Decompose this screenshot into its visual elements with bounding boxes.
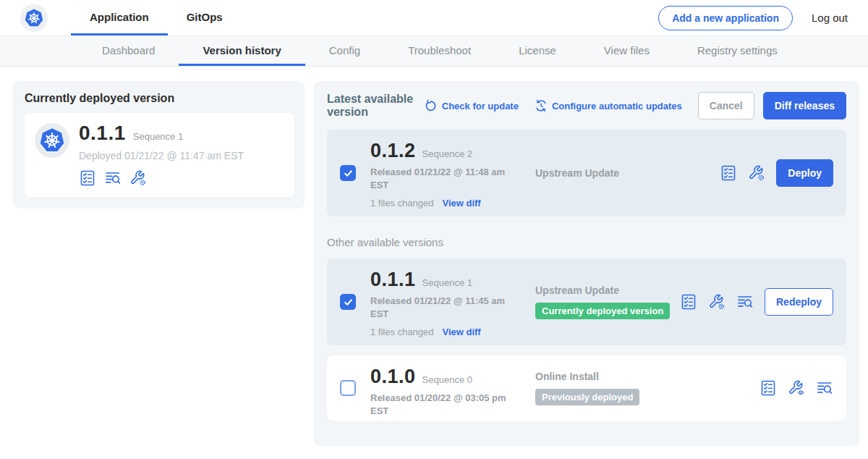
version-checkbox[interactable] [340,294,356,310]
subnav-view-files[interactable]: View files [580,36,673,66]
subnav-version-history[interactable]: Version history [179,36,305,66]
header-actions: Add a new application Log out [658,0,848,35]
tab-application[interactable]: Application [71,0,168,35]
edit-config-icon[interactable] [708,293,726,311]
kubernetes-app-icon [35,123,69,158]
version-checkbox[interactable] [340,380,356,396]
deployed-version-number: 0.1.1 [79,122,126,145]
files-changed-label: 1 files changed [370,327,433,337]
subnav-dashboard[interactable]: Dashboard [78,36,179,66]
currently-deployed-title: Currently deployed version [25,92,294,105]
tab-gitops[interactable]: GitOps [168,0,242,35]
tab-gitops-label: GitOps [187,11,223,23]
version-checkbox[interactable] [340,165,356,181]
view-config-icon[interactable] [788,379,805,397]
view-logs-icon[interactable] [816,379,833,397]
subnav-troubleshoot-label: Troubleshoot [408,44,471,56]
configure-auto-updates-label: Configure automatic updates [552,101,682,111]
version-number: 0.1.0 [370,366,416,388]
view-diff-link[interactable]: View diff [442,327,480,337]
preflight-checks-icon[interactable] [79,169,96,187]
logout-link[interactable]: Log out [812,12,848,24]
cancel-button[interactable]: Cancel [698,92,754,119]
subnav-view-files-label: View files [604,44,650,56]
auto-update-icon [535,99,548,112]
preflight-checks-icon[interactable] [760,379,777,397]
version-source: Online Install [535,371,760,382]
version-source: Upstream Update [535,285,680,296]
top-header: Application GitOps Add a new application… [0,0,868,36]
other-versions-title: Other available versions [327,236,846,248]
previously-deployed-badge: Previously deployed [535,389,639,405]
released-timestamp: Released 01/21/22 @ 11:45 am EST [370,295,515,320]
sequence-label: Sequence 2 [422,148,472,159]
check-for-update-link[interactable]: Check for update [425,99,519,112]
tab-application-label: Application [90,11,149,23]
subnav-registry-settings[interactable]: Registry settings [673,36,801,66]
currently-deployed-badge: Currently deployed version [535,303,670,319]
view-diff-link[interactable]: View diff [442,198,480,209]
deploy-button[interactable]: Deploy [776,159,833,187]
currently-deployed-panel: Currently deployed version 0.1.1 Sequenc… [13,81,305,209]
preflight-checks-icon[interactable] [680,293,697,311]
diff-releases-button[interactable]: Diff releases [763,92,846,119]
version-number: 0.1.2 [370,140,416,162]
main-content: Currently deployed version 0.1.1 Sequenc… [0,67,868,446]
subnav-troubleshoot[interactable]: Troubleshoot [384,36,495,66]
sequence-label: Sequence 0 [422,374,472,385]
version-source: Upstream Update [535,167,720,179]
released-timestamp: Released 01/20/22 @ 03:05 pm EST [370,392,515,417]
app-subnav: Dashboard Version history Config Trouble… [0,36,868,67]
redeploy-button[interactable]: Redeploy [765,288,833,316]
latest-version-header: Latest available version Check for updat… [327,92,846,119]
version-card-0-1-0: 0.1.0 Sequence 0 Released 01/20/22 @ 03:… [327,355,846,421]
check-for-update-label: Check for update [442,101,519,111]
deployed-version-card: 0.1.1 Sequence 1 Deployed 01/21/22 @ 11:… [25,113,294,197]
subnav-registry-settings-label: Registry settings [697,44,778,56]
sequence-label: Sequence 1 [422,277,472,288]
configure-auto-updates-link[interactable]: Configure automatic updates [535,99,682,112]
kubernetes-logo-icon [23,7,45,29]
deployed-timestamp: Deployed 01/21/22 @ 11:47 am EST [79,150,244,161]
latest-version-title: Latest available version [327,93,414,119]
subnav-license-label: License [519,44,556,56]
subnav-version-history-label: Version history [203,44,281,56]
version-history-panel: Latest available version Check for updat… [314,81,859,446]
edit-config-icon[interactable] [129,169,147,187]
app-logo [20,4,48,32]
version-number: 0.1.1 [370,269,416,291]
subnav-config-label: Config [329,44,360,56]
files-changed-label: 1 files changed [370,198,433,209]
view-logs-icon[interactable] [104,169,122,187]
edit-config-icon[interactable] [748,164,765,182]
refresh-icon [425,99,438,112]
version-card-0-1-1: 0.1.1 Sequence 1 Released 01/21/22 @ 11:… [327,258,846,345]
view-logs-icon[interactable] [736,293,754,311]
subnav-dashboard-label: Dashboard [102,44,155,56]
add-application-button[interactable]: Add a new application [658,6,793,30]
subnav-config[interactable]: Config [305,36,384,66]
subnav-license[interactable]: License [495,36,580,66]
released-timestamp: Released 01/21/22 @ 11:48 am EST [370,166,515,191]
preflight-checks-icon[interactable] [720,164,737,182]
version-card-0-1-2: 0.1.2 Sequence 2 Released 01/21/22 @ 11:… [327,130,846,216]
deployed-sequence-label: Sequence 1 [133,131,183,142]
